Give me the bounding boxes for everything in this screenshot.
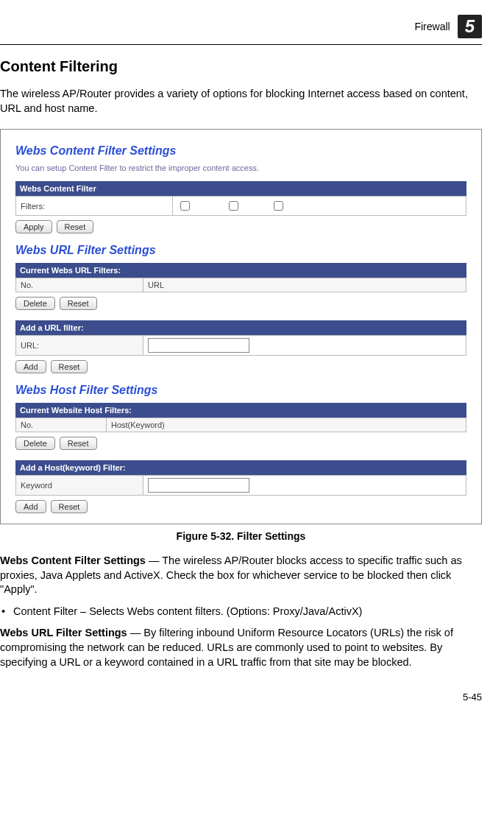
add-button[interactable]: Add [15, 360, 46, 373]
para1-bold: Webs Content Filter Settings [0, 555, 146, 566]
filters-options-cell: Proxy Java ActiveX [173, 197, 466, 216]
activex-checkbox-label[interactable]: ActiveX [271, 199, 316, 213]
java-checkbox[interactable] [229, 201, 238, 211]
activex-checkbox[interactable] [274, 201, 283, 211]
apply-button[interactable]: Apply [15, 220, 52, 233]
figure-caption: Figure 5-32. Filter Settings [0, 530, 482, 542]
webs-content-filter-subtitle: You can setup Content Filter to restrict… [15, 163, 466, 172]
webs-content-filter-title: Webs Content Filter Settings [15, 144, 466, 158]
reset-button[interactable]: Reset [51, 360, 88, 373]
proxy-text: Proxy [195, 202, 216, 211]
url-col-url: URL [143, 278, 466, 292]
filters-table: Filters: Proxy Java ActiveX [15, 196, 466, 216]
url-input[interactable] [148, 338, 249, 353]
url-col-no: No. [16, 278, 143, 292]
header-label: Firewall [414, 21, 450, 32]
activex-text: ActiveX [288, 202, 316, 211]
para2-bold: Webs URL Filter Settings [0, 627, 127, 638]
reset-button[interactable]: Reset [60, 437, 97, 450]
screenshot-figure: Webs Content Filter Settings You can set… [0, 129, 482, 524]
url-label: URL: [16, 336, 143, 356]
current-host-filters-header: Current Website Host Filters: [15, 403, 466, 418]
add-host-table: Keyword [15, 475, 466, 496]
add-url-table: URL: [15, 335, 466, 356]
delete-button[interactable]: Delete [15, 297, 55, 310]
current-url-filters-header: Current Webs URL Filters: [15, 263, 466, 278]
url-add-button-row: Add Reset [15, 360, 466, 373]
proxy-checkbox[interactable] [180, 201, 190, 211]
proxy-checkbox-label[interactable]: Proxy [177, 199, 216, 213]
webs-content-filter-panel-header: Webs Content Filter [15, 181, 466, 196]
url-input-cell [143, 336, 466, 356]
host-delete-button-row: Delete Reset [15, 437, 466, 450]
intro-paragraph: The wireless AP/Router provides a variet… [0, 87, 482, 116]
host-filters-table: No. Host(Keyword) [15, 418, 466, 432]
add-url-filter-header: Add a URL filter: [15, 320, 466, 335]
url-filters-table: No. URL [15, 278, 466, 292]
page-number: 5-45 [0, 691, 482, 703]
chapter-badge: 5 [458, 15, 482, 38]
header-divider [0, 44, 482, 45]
host-col-host: Host(Keyword) [107, 418, 466, 432]
keyword-input[interactable] [148, 478, 249, 493]
add-button[interactable]: Add [15, 500, 46, 513]
reset-button[interactable]: Reset [57, 220, 94, 233]
filters-label: Filters: [16, 197, 173, 216]
para-content-filter: Webs Content Filter Settings — The wirel… [0, 554, 482, 597]
bullet-list: Content Filter – Selects Webs content fi… [0, 605, 482, 619]
document-page: Firewall 5 Content Filtering The wireles… [0, 0, 504, 725]
bullet-content-filter: Content Filter – Selects Webs content fi… [13, 605, 482, 619]
host-col-no: No. [16, 418, 107, 432]
para-url-filter: Webs URL Filter Settings — By filtering … [0, 626, 482, 669]
java-checkbox-label[interactable]: Java [226, 199, 260, 213]
webs-url-filter-title: Webs URL Filter Settings [15, 244, 466, 257]
host-add-button-row: Add Reset [15, 500, 466, 513]
page-header: Firewall 5 [0, 15, 482, 38]
url-delete-button-row: Delete Reset [15, 297, 466, 310]
content-filter-button-row: Apply Reset [15, 220, 466, 233]
add-host-filter-header: Add a Host(keyword) Filter: [15, 460, 466, 475]
webs-host-filter-title: Webs Host Filter Settings [15, 384, 466, 397]
reset-button[interactable]: Reset [60, 297, 97, 310]
java-text: Java [244, 202, 260, 211]
keyword-label: Keyword [16, 476, 143, 496]
section-title: Content Filtering [0, 58, 482, 75]
reset-button[interactable]: Reset [51, 500, 88, 513]
delete-button[interactable]: Delete [15, 437, 55, 450]
keyword-input-cell [143, 476, 466, 496]
